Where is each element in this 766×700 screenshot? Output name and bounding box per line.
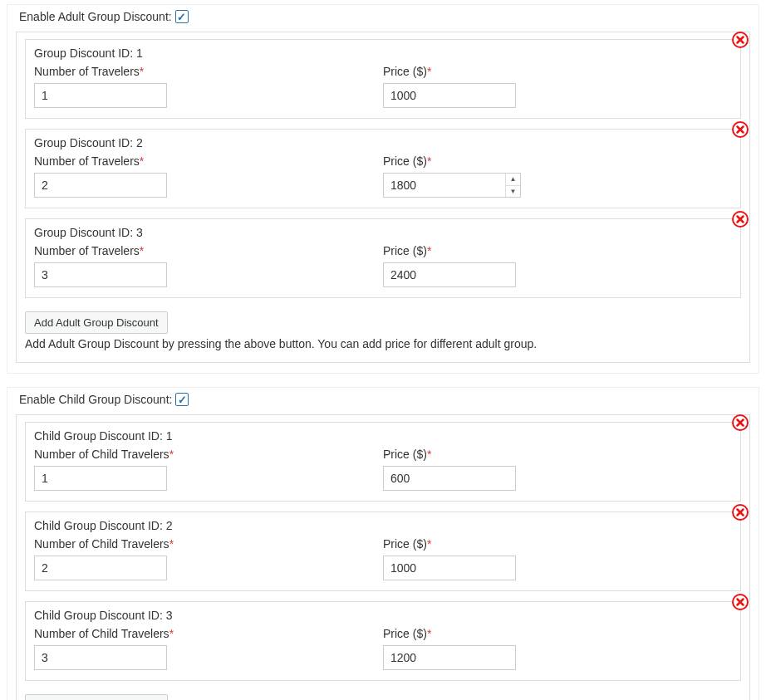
adult-discount-row: Group Discount ID: 2 Number of Travelers… xyxy=(25,129,741,208)
add-child-discount-button[interactable]: Add Child Group Discount xyxy=(25,694,168,700)
delete-row-button[interactable] xyxy=(732,504,749,521)
row-title: Group Discount ID: 3 xyxy=(34,226,732,239)
price-input[interactable] xyxy=(383,173,521,198)
travelers-label: Number of Child Travelers* xyxy=(34,448,383,461)
spinner-up-button[interactable]: ▲ xyxy=(506,174,520,186)
adult-discount-panel: Group Discount ID: 1 Number of Travelers… xyxy=(16,32,750,363)
row-title: Child Group Discount ID: 3 xyxy=(34,609,732,622)
required-asterisk: * xyxy=(427,448,431,461)
row-fields: Number of Travelers* Price ($)* xyxy=(34,65,732,108)
close-circle-icon xyxy=(732,32,749,48)
travelers-label: Number of Travelers* xyxy=(34,244,383,257)
price-label: Price ($)* xyxy=(383,537,732,551)
travelers-field: Number of Travelers* xyxy=(34,244,383,287)
travelers-field: Number of Child Travelers* xyxy=(34,627,383,670)
travelers-label: Number of Child Travelers* xyxy=(34,537,383,551)
required-asterisk: * xyxy=(427,627,431,640)
required-asterisk: * xyxy=(140,65,144,78)
travelers-input[interactable] xyxy=(34,645,167,670)
travelers-input[interactable] xyxy=(34,262,167,287)
delete-row-button[interactable] xyxy=(732,121,749,138)
spinner-down-button[interactable]: ▼ xyxy=(506,186,520,198)
delete-row-button[interactable] xyxy=(732,414,749,431)
required-asterisk: * xyxy=(427,537,431,551)
row-title: Child Group Discount ID: 2 xyxy=(34,519,732,532)
close-circle-icon xyxy=(732,504,749,521)
child-group-discount-block: Enable Child Group Discount: ✓ Child Gro… xyxy=(7,387,759,700)
price-field: Price ($)* xyxy=(383,537,732,580)
required-asterisk: * xyxy=(169,627,174,640)
close-circle-icon xyxy=(732,594,749,610)
price-input[interactable] xyxy=(383,262,516,287)
spinner-buttons: ▲ ▼ xyxy=(505,174,520,197)
travelers-field: Number of Child Travelers* xyxy=(34,537,383,580)
row-fields: Number of Travelers* Price ($)* xyxy=(34,244,732,287)
enable-adult-discount-checkbox[interactable]: ✓ xyxy=(175,10,189,23)
enable-child-discount-checkbox[interactable]: ✓ xyxy=(175,393,189,406)
price-field: Price ($)* xyxy=(383,448,732,491)
adult-discount-row: Group Discount ID: 3 Number of Travelers… xyxy=(25,218,741,298)
child-discount-row: Child Group Discount ID: 3 Number of Chi… xyxy=(25,601,741,681)
travelers-input[interactable] xyxy=(34,173,167,198)
delete-row-button[interactable] xyxy=(732,32,749,48)
row-title: Group Discount ID: 2 xyxy=(34,136,732,149)
price-field: Price ($)* xyxy=(383,244,732,287)
delete-row-button[interactable] xyxy=(732,594,749,610)
price-spinner-wrap: ▲ ▼ xyxy=(383,173,521,198)
row-fields: Number of Child Travelers* Price ($)* xyxy=(34,627,732,670)
price-input[interactable] xyxy=(383,466,516,491)
close-circle-icon xyxy=(732,414,749,431)
price-input[interactable] xyxy=(383,83,516,108)
required-asterisk: * xyxy=(169,537,174,551)
travelers-label: Number of Travelers* xyxy=(34,65,383,78)
child-discount-row: Child Group Discount ID: 1 Number of Chi… xyxy=(25,422,741,502)
price-field: Price ($)* xyxy=(383,627,732,670)
row-title: Group Discount ID: 1 xyxy=(34,47,732,60)
price-input[interactable] xyxy=(383,645,516,670)
required-asterisk: * xyxy=(427,244,431,257)
travelers-label: Number of Child Travelers* xyxy=(34,627,383,640)
row-fields: Number of Child Travelers* Price ($)* xyxy=(34,448,732,491)
child-discount-row: Child Group Discount ID: 2 Number of Chi… xyxy=(25,512,741,591)
child-discount-panel: Child Group Discount ID: 1 Number of Chi… xyxy=(16,414,750,700)
delete-row-button[interactable] xyxy=(732,211,749,228)
adult-discount-row: Group Discount ID: 1 Number of Travelers… xyxy=(25,39,741,119)
row-title: Child Group Discount ID: 1 xyxy=(34,429,732,443)
price-field: Price ($)* xyxy=(383,65,732,108)
travelers-label: Number of Travelers* xyxy=(34,154,383,168)
price-input[interactable] xyxy=(383,556,516,580)
required-asterisk: * xyxy=(140,244,144,257)
travelers-field: Number of Child Travelers* xyxy=(34,448,383,491)
close-circle-icon xyxy=(732,211,749,228)
required-asterisk: * xyxy=(427,154,431,168)
price-field: Price ($)* ▲ ▼ xyxy=(383,154,732,198)
price-label: Price ($)* xyxy=(383,244,732,257)
required-asterisk: * xyxy=(140,154,144,168)
travelers-field: Number of Travelers* xyxy=(34,65,383,108)
row-fields: Number of Travelers* Price ($)* ▲ ▼ xyxy=(34,154,732,198)
travelers-input[interactable] xyxy=(34,83,167,108)
required-asterisk: * xyxy=(427,65,431,78)
price-label: Price ($)* xyxy=(383,448,732,461)
travelers-input[interactable] xyxy=(34,556,167,580)
enable-child-discount-label: Enable Child Group Discount: xyxy=(19,393,172,406)
price-label: Price ($)* xyxy=(383,154,732,168)
price-label: Price ($)* xyxy=(383,65,732,78)
price-label: Price ($)* xyxy=(383,627,732,640)
enable-child-discount-row: Enable Child Group Discount: ✓ xyxy=(16,393,750,406)
travelers-input[interactable] xyxy=(34,466,167,491)
close-circle-icon xyxy=(732,121,749,138)
adult-group-discount-block: Enable Adult Group Discount: ✓ Group Dis… xyxy=(7,4,759,374)
add-adult-discount-button[interactable]: Add Adult Group Discount xyxy=(25,311,168,334)
adult-help-text: Add Adult Group Discount by pressing the… xyxy=(25,337,741,350)
enable-adult-discount-label: Enable Adult Group Discount: xyxy=(19,10,172,23)
required-asterisk: * xyxy=(169,448,174,461)
enable-adult-discount-row: Enable Adult Group Discount: ✓ xyxy=(16,10,750,23)
row-fields: Number of Child Travelers* Price ($)* xyxy=(34,537,732,580)
travelers-field: Number of Travelers* xyxy=(34,154,383,198)
